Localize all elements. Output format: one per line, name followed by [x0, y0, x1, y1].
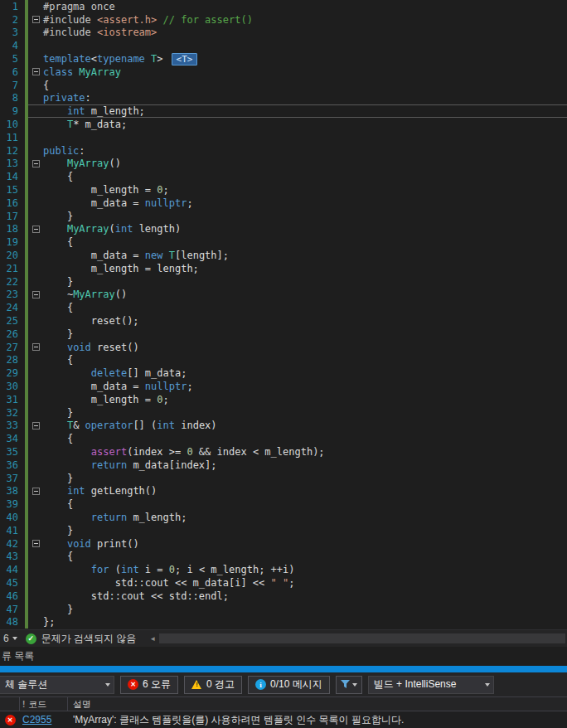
code-line[interactable]: 33 T& operator[] (int index) — [0, 420, 567, 433]
severity-column-header[interactable] — [0, 697, 20, 711]
collapse-icon[interactable] — [32, 422, 40, 430]
line-number[interactable]: 31 — [0, 394, 25, 405]
code-line[interactable]: 38 int getLength() — [0, 484, 567, 497]
line-number[interactable]: 11 — [0, 132, 25, 143]
line-body[interactable]: std::cout << std::endl; — [28, 590, 567, 603]
line-body[interactable]: MyArray() — [28, 158, 567, 171]
line-number[interactable]: 5 — [0, 53, 25, 65]
line-body[interactable]: } — [28, 275, 567, 289]
code-line[interactable]: 10 T* m_data; — [0, 118, 567, 131]
line-number[interactable]: 34 — [0, 433, 25, 444]
code-line[interactable]: 39 { — [0, 497, 567, 511]
fold-marker[interactable] — [28, 68, 43, 75]
line-body[interactable]: } — [28, 472, 567, 485]
line-body[interactable]: assert(index >= 0 && index < m_length); — [28, 445, 567, 459]
code-line[interactable]: 25 reset(); — [0, 314, 567, 328]
line-number[interactable]: 25 — [0, 315, 25, 327]
line-number[interactable]: 21 — [0, 263, 25, 274]
code-line[interactable]: 14 { — [0, 170, 567, 183]
line-number[interactable]: 2 — [0, 14, 25, 26]
zoom-control-fragment[interactable]: 6 — [0, 633, 9, 644]
line-body[interactable]: #include <assert.h> // for assert() — [28, 13, 567, 27]
code-line[interactable]: 31 m_length = 0; — [0, 393, 567, 406]
line-body[interactable]: ~MyArray() — [28, 289, 567, 302]
line-body[interactable]: int getLength() — [28, 484, 567, 497]
fold-marker[interactable] — [28, 343, 43, 351]
line-number[interactable]: 39 — [0, 498, 25, 510]
line-number[interactable]: 33 — [0, 420, 25, 431]
check-icon[interactable]: ✓ — [26, 633, 36, 644]
line-body[interactable]: private: — [28, 92, 567, 105]
code-line[interactable]: 26 } — [0, 328, 567, 341]
line-number[interactable]: 26 — [0, 328, 25, 340]
line-body[interactable]: { — [28, 432, 567, 445]
errors-filter-button[interactable]: ✕ 6 오류 — [120, 676, 178, 694]
code-line[interactable]: 30 m_data = nullptr; — [0, 380, 567, 393]
line-number[interactable]: 27 — [0, 342, 25, 353]
line-number[interactable]: 48 — [0, 616, 25, 628]
line-number[interactable]: 37 — [0, 473, 25, 484]
code-line[interactable]: 40 return m_length; — [0, 511, 567, 524]
line-body[interactable]: } — [28, 328, 567, 341]
code-line[interactable]: 13 MyArray() — [0, 158, 567, 171]
code-line[interactable]: 19 { — [0, 235, 567, 249]
line-body[interactable]: m_length = 0; — [28, 393, 567, 406]
line-number[interactable]: 32 — [0, 407, 25, 419]
collapse-icon[interactable] — [32, 160, 40, 167]
code-line[interactable]: 28 { — [0, 354, 567, 367]
code-line[interactable]: 46 std::cout << std::endl; — [0, 590, 567, 603]
line-body[interactable]: #include <iostream> — [28, 27, 567, 40]
line-body[interactable]: { — [28, 79, 567, 92]
line-number[interactable]: 14 — [0, 171, 25, 182]
line-body[interactable]: { — [28, 354, 567, 367]
code-line[interactable]: 48}; — [0, 615, 567, 629]
line-body[interactable]: { — [28, 301, 567, 314]
line-number[interactable]: 6 — [0, 66, 25, 78]
line-body[interactable]: { — [28, 235, 567, 249]
line-body[interactable]: } — [28, 406, 567, 420]
line-number[interactable]: 3 — [0, 27, 25, 38]
collapse-icon[interactable] — [32, 291, 40, 298]
code-line[interactable]: 22 } — [0, 275, 567, 289]
line-body[interactable]: } — [28, 210, 567, 223]
line-number[interactable]: 13 — [0, 158, 25, 169]
document-health-status[interactable]: 문제가 검색되지 않음 — [41, 632, 137, 646]
code-line[interactable]: 21 m_length = length; — [0, 262, 567, 275]
code-line[interactable]: 9 int m_length; — [0, 104, 567, 118]
line-number[interactable]: 36 — [0, 459, 25, 471]
code-line[interactable]: 5template<typename T><T> — [0, 52, 567, 66]
messages-filter-button[interactable]: i 0/10 메시지 — [248, 676, 330, 694]
line-body[interactable]: }; — [28, 615, 567, 629]
line-number[interactable]: 23 — [0, 289, 25, 300]
line-number[interactable]: 28 — [0, 354, 25, 366]
chevron-down-icon[interactable] — [12, 637, 17, 640]
horizontal-scrollbar[interactable] — [159, 633, 565, 643]
description-column-header[interactable]: 설명 — [68, 697, 567, 711]
line-body[interactable]: } — [28, 524, 567, 537]
line-body[interactable]: return m_length; — [28, 511, 567, 524]
line-number[interactable]: 16 — [0, 197, 25, 209]
line-body[interactable]: { — [28, 497, 567, 511]
code-line[interactable]: 41 } — [0, 524, 567, 537]
code-line[interactable]: 24 { — [0, 301, 567, 314]
code-line[interactable]: 34 { — [0, 432, 567, 445]
code-line[interactable]: 29 delete[] m_data; — [0, 366, 567, 380]
fold-marker[interactable] — [28, 488, 43, 495]
line-number[interactable]: 46 — [0, 590, 25, 602]
fold-marker[interactable] — [28, 160, 43, 167]
code-line[interactable]: 36 return m_data[index]; — [0, 459, 567, 472]
line-number[interactable]: 42 — [0, 538, 25, 550]
scope-dropdown[interactable]: 체 솔루션 — [0, 676, 114, 694]
code-line[interactable]: 27 void reset() — [0, 341, 567, 354]
line-number[interactable]: 1 — [0, 1, 25, 12]
code-line[interactable]: 7{ — [0, 79, 567, 92]
scrollbar-left-arrow-icon[interactable]: ◄ — [149, 635, 156, 643]
line-number[interactable]: 18 — [0, 223, 25, 235]
line-number[interactable]: 30 — [0, 381, 25, 392]
line-body[interactable]: T* m_data; — [28, 118, 567, 131]
line-number[interactable]: 43 — [0, 551, 25, 562]
fold-marker[interactable] — [28, 540, 43, 547]
code-line[interactable]: 11 — [0, 131, 567, 144]
code-line[interactable]: 1#pragma once — [0, 0, 567, 13]
line-body[interactable]: void print() — [28, 537, 567, 551]
